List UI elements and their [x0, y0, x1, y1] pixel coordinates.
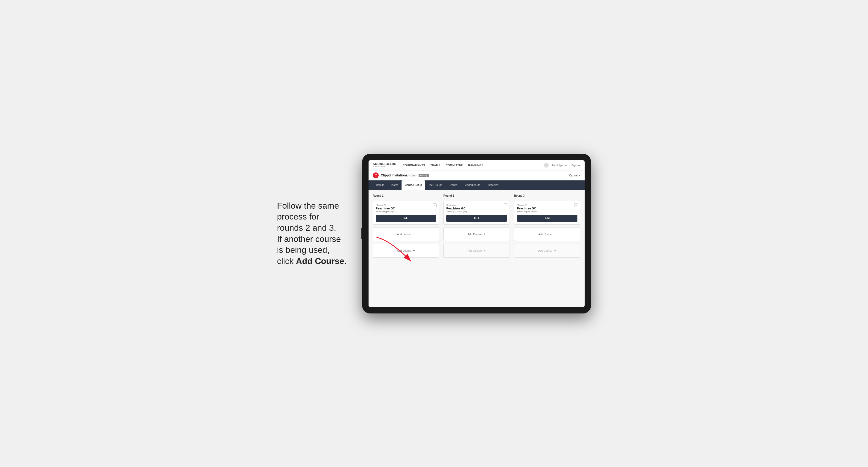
round-3-add-course-2-label: Add Course + [538, 249, 556, 252]
scoreboard-logo: SCOREBOARD Powered by clippd [373, 163, 397, 168]
instruction-line5: is being used, [277, 245, 330, 255]
round-1-add-course-2[interactable]: Add Course + [373, 244, 439, 257]
round-2-title: Round 2 [443, 194, 509, 197]
nav-teams[interactable]: TEAMS [431, 164, 441, 167]
logo-main: SCOREBOARD [373, 163, 397, 165]
rounds-grid: Round 1 ○ (Course A) Peachtree GC Yellow… [373, 194, 580, 257]
round-3-course-details: Yellow (M) (6629 yds) [517, 211, 578, 213]
tablet-screen: SCOREBOARD Powered by clippd TOURNAMENTS… [369, 160, 585, 307]
round-3-add-course-2: Add Course + [514, 244, 580, 257]
tab-details[interactable]: Details [373, 180, 388, 190]
round-3-delete-icon[interactable]: ○ [574, 203, 578, 207]
tab-tee-groups[interactable]: Tee Groups [425, 180, 445, 190]
instruction-line1: Follow the same [277, 201, 339, 211]
tab-leaderboards[interactable]: Leaderboards [461, 180, 484, 190]
nav-rankings[interactable]: RANKINGS [468, 164, 484, 167]
hosting-badge: Hosting [418, 174, 429, 177]
round-2-add-course-1[interactable]: Add Course + [443, 227, 509, 241]
round-2-course-label: (Course A) [446, 204, 507, 206]
round-2-add-course-2: Add Course + [443, 244, 509, 257]
round-3-title: Round 3 [514, 194, 580, 197]
round-3-course-label: (Course A) [517, 204, 578, 206]
round-3-add-course-1[interactable]: Add Course + [514, 227, 580, 241]
round-2-add-course-1-label: Add Course + [468, 232, 485, 236]
tab-navigation: Details Teams Course Setup Tee Groups Re… [369, 180, 585, 190]
round-3-course-name: Peachtree GC [517, 207, 578, 210]
instruction-line2: process for [277, 212, 319, 221]
round-1-delete-icon[interactable]: ○ [433, 203, 437, 207]
round-3-add-course-1-label: Add Course + [538, 232, 556, 236]
plus-icon-5: + [554, 232, 556, 236]
main-content: Round 1 ○ (Course A) Peachtree GC Yellow… [369, 190, 585, 307]
round-1-course-name: Peachtree GC [376, 207, 436, 210]
nav-committee[interactable]: COMMITTEE [446, 164, 463, 167]
plus-icon-3: + [483, 232, 485, 236]
round-2-course-card: ○ (Course A) Peachtree GC Yellow (M) (66… [443, 201, 509, 225]
tab-course-setup[interactable]: Course Setup [402, 180, 425, 190]
cancel-button[interactable]: Cancel ✕ [569, 174, 580, 177]
round-1-course-card: ○ (Course A) Peachtree GC Yellow (M) (66… [373, 201, 439, 225]
tab-results[interactable]: Results [445, 180, 461, 190]
tournament-name: Clippd Invitational [381, 174, 408, 177]
round-2-course-details: Yellow (M) (6629 yds) [446, 211, 507, 213]
round-2-delete-icon[interactable]: ○ [504, 203, 507, 207]
round-1-course-details: Yellow (M) (6629 yds) [376, 211, 436, 213]
logo-sub: Powered by clippd [373, 165, 397, 168]
plus-icon-2: + [412, 249, 415, 252]
plus-icon-6: + [554, 249, 556, 252]
tournament-header: C Clippd Invitational (Men) Hosting Canc… [369, 171, 585, 180]
user-email: blair@clippd.io [551, 164, 566, 166]
nav-tournaments[interactable]: TOURNAMENTS [403, 164, 425, 167]
top-nav-right: blair@clippd.io | Sign out [544, 163, 580, 168]
sign-out-link[interactable]: Sign out [571, 164, 580, 166]
nav-separator: | [569, 164, 569, 166]
instruction-block: Follow the same process for rounds 2 and… [277, 200, 351, 267]
round-2-column: Round 2 ○ (Course A) Peachtree GC Yellow… [443, 194, 509, 257]
tablet-frame: SCOREBOARD Powered by clippd TOURNAMENTS… [362, 154, 591, 313]
instruction-line6-bold: Add Course. [296, 256, 346, 266]
round-1-add-course-2-label: Add Course + [397, 249, 415, 252]
round-1-title: Round 1 [373, 194, 439, 197]
user-avatar-icon [544, 163, 549, 168]
tournament-type: (Men) [409, 174, 416, 177]
instruction-line6-pre: click [277, 256, 296, 266]
instruction-line4: If another course [277, 234, 341, 244]
tab-printables[interactable]: Printables [484, 180, 502, 190]
round-2-edit-button[interactable]: Edit [446, 215, 507, 222]
instruction-line3: rounds 2 and 3. [277, 223, 336, 232]
round-1-edit-button[interactable]: Edit [376, 215, 436, 222]
top-nav-links: TOURNAMENTS TEAMS COMMITTEE RANKINGS [403, 164, 544, 167]
plus-icon-1: + [412, 232, 415, 236]
clippd-logo: C [373, 173, 379, 178]
round-3-course-card: ○ (Course A) Peachtree GC Yellow (M) (66… [514, 201, 580, 225]
round-3-column: Round 3 ○ (Course A) Peachtree GC Yellow… [514, 194, 580, 257]
round-2-add-course-2-label: Add Course + [468, 249, 485, 252]
top-nav: SCOREBOARD Powered by clippd TOURNAMENTS… [369, 160, 585, 171]
page-wrapper: Follow the same process for rounds 2 and… [248, 154, 620, 313]
tab-teams[interactable]: Teams [388, 180, 402, 190]
round-3-edit-button[interactable]: Edit [517, 215, 578, 222]
round-1-add-course-1[interactable]: Add Course + [373, 227, 439, 241]
plus-icon-4: + [483, 249, 485, 252]
round-2-course-name: Peachtree GC [446, 207, 507, 210]
round-1-add-course-1-label: Add Course + [397, 232, 415, 236]
round-1-column: Round 1 ○ (Course A) Peachtree GC Yellow… [373, 194, 439, 257]
round-1-course-label: (Course A) [376, 204, 436, 206]
tablet-side-button [361, 228, 362, 239]
